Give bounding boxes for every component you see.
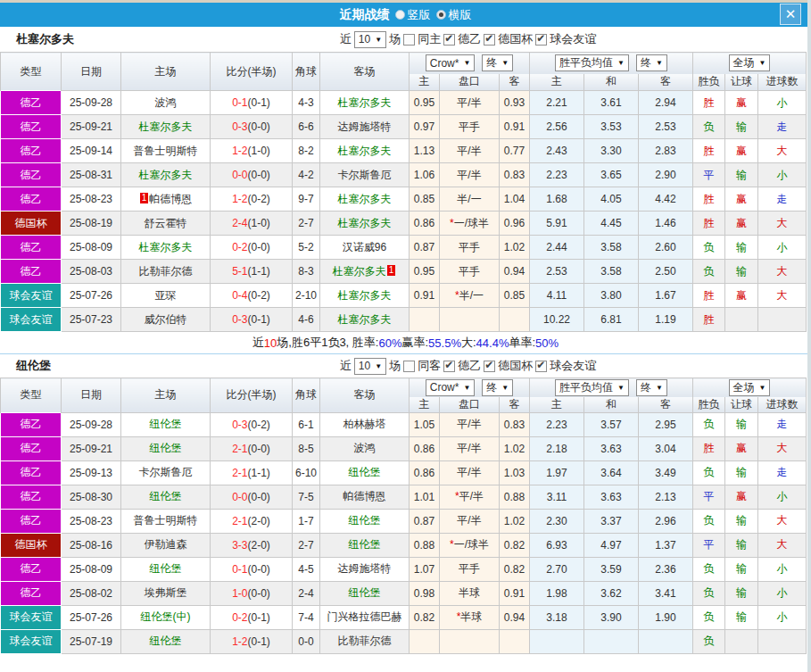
summary-part: 近 [252, 335, 264, 351]
result-handicap: 赢 [725, 284, 758, 308]
close-button[interactable]: ✕ [780, 4, 801, 25]
score-cell: 0-1(0-0) [211, 557, 293, 581]
fulltime-score: 1-2 [232, 193, 247, 205]
result-handicap: 赢 [725, 436, 758, 460]
chevron-down-icon: ▼ [759, 59, 766, 67]
handicap-cell: *平/半 [440, 485, 500, 509]
away-team-cell: 纽伦堡 [320, 509, 410, 533]
score-cell: 1-2(0-2) [211, 187, 293, 212]
league-checkbox-2[interactable] [535, 34, 547, 46]
layout-vertical-radio[interactable]: 竖版 [395, 7, 431, 23]
match-count-select[interactable]: 10▼ [354, 31, 386, 48]
layout-horizontal-radio[interactable]: 横版 [436, 7, 472, 23]
away-team-cell: 柏林赫塔 [320, 412, 410, 436]
away-team-cell: 杜塞尔多夫 [320, 187, 410, 212]
result-handicap [725, 629, 758, 653]
score-cell: 0-1(0-1) [211, 91, 293, 115]
mean-type-select[interactable]: 胜平负均值▼ [555, 54, 629, 71]
rank-badge: 1 [140, 193, 149, 203]
league-checkbox-0[interactable] [443, 361, 455, 372]
handicap-cell: *一/球半 [440, 212, 500, 236]
home-team-name: 纽伦堡 [150, 442, 182, 454]
mean-type-select[interactable]: 胜平负均值▼ [555, 379, 629, 396]
league-label-2: 球会友谊 [550, 31, 596, 47]
col-home: 主场 [121, 378, 211, 413]
mean-away: 1.19 [639, 308, 693, 332]
score-cell: 0-3(0-2) [211, 412, 293, 436]
mean-draw: 3.53 [584, 115, 639, 139]
match-type-badge: 球会友谊 [1, 605, 62, 629]
handicap-cell: 平手 [440, 557, 500, 581]
league-checkbox-1[interactable] [484, 361, 495, 372]
away-team-cell: 杜塞尔多夫 [320, 284, 410, 308]
handicap-value: 平手 [459, 265, 480, 278]
corner-count: 2-10 [293, 284, 320, 308]
fulltime-score: 0-4 [232, 289, 247, 302]
mean-home: 6.93 [530, 533, 584, 557]
vertical-radio-label: 竖版 [408, 7, 431, 23]
odds-source-select[interactable]: Crow*▼ [426, 379, 476, 396]
home-team-name: 纽伦堡 [150, 418, 182, 430]
odds-time-select[interactable]: 终▼ [482, 379, 513, 396]
away-team-name: 柏林赫塔 [343, 418, 386, 430]
home-odds: 0.95 [410, 91, 440, 115]
mean-away: 2.53 [639, 115, 693, 139]
odds-source-select[interactable]: Crow*▼ [426, 54, 476, 71]
select-value: 10 [359, 360, 370, 372]
halftime-score: (2-0) [248, 515, 270, 527]
halftime-score: (0-0) [248, 120, 270, 133]
mean-home: 2.56 [530, 115, 584, 139]
away-team-name: 杜塞尔多夫 [338, 313, 392, 326]
score-cell: 0-0(0-0) [211, 163, 293, 187]
halftime-score: (0-0) [248, 563, 270, 576]
mean-time-select[interactable]: 终▼ [636, 54, 667, 71]
handicap-cell: 平/半 [440, 460, 500, 485]
fulltime-score: 2-4 [232, 217, 247, 229]
same-venue-checkbox[interactable] [403, 34, 415, 46]
away-odds: 0.83 [500, 163, 530, 187]
match-date: 25-09-28 [62, 412, 121, 436]
fulltime-score: 2-1 [232, 467, 247, 479]
result-goals: 小 [758, 605, 807, 629]
match-type-badge: 德国杯 [1, 212, 62, 236]
result-scope-select[interactable]: 全场▼ [729, 379, 771, 396]
home-odds: 0.85 [410, 187, 440, 212]
away-team-name: 杜塞尔多夫 [333, 265, 386, 278]
mean-away: 1.37 [639, 533, 693, 557]
mean-home: 2.30 [530, 509, 584, 533]
league-label-1: 德国杯 [498, 358, 533, 374]
match-count-select[interactable]: 10▼ [354, 358, 386, 375]
select-value: 终 [486, 380, 497, 395]
home-odds: 0.86 [410, 460, 440, 485]
match-date: 25-08-30 [62, 485, 121, 509]
odds-time-select[interactable]: 终▼ [482, 54, 513, 71]
halftime-score: (0-2) [248, 289, 270, 302]
mean-draw: 3.80 [584, 284, 639, 308]
match-type-badge: 德乙 [1, 412, 62, 436]
result-scope-select[interactable]: 全场▼ [729, 54, 771, 71]
result-wdl: 负 [693, 460, 725, 485]
home-odds: 0.97 [410, 115, 440, 139]
result-goals [758, 629, 807, 653]
handicap-cell: *一/球半 [440, 533, 500, 557]
mean-time-select[interactable]: 终▼ [636, 379, 667, 396]
dialog-titlebar: 近期战绩 竖版 横版 ✕ [0, 3, 811, 27]
match-type-badge: 德乙 [1, 236, 62, 260]
result-wdl: 胜 [693, 91, 725, 115]
result-goals [758, 308, 807, 332]
fulltime-score: 1-2 [232, 635, 247, 648]
result-goals: 小 [758, 581, 807, 605]
mean-home: 2.53 [530, 260, 584, 284]
match-type-badge: 球会友谊 [1, 284, 62, 308]
league-checkbox-1[interactable] [484, 34, 495, 46]
league-checkbox-2[interactable] [535, 361, 547, 372]
match-date: 25-09-21 [62, 115, 121, 139]
score-cell: 0-2(0-1) [211, 605, 293, 629]
league-checkbox-0[interactable] [443, 34, 455, 46]
mean-draw: 3.58 [584, 236, 639, 260]
same-venue-checkbox[interactable] [403, 361, 415, 372]
fulltime-score: 0-2 [232, 611, 247, 624]
match-row: 球会友谊25-07-26亚琛0-4(0-2)2-10杜塞尔多夫0.91*半/一0… [1, 284, 807, 308]
mean-group-header: 胜平负均值▼终▼ [530, 53, 693, 74]
result-wdl: 平 [693, 163, 725, 187]
